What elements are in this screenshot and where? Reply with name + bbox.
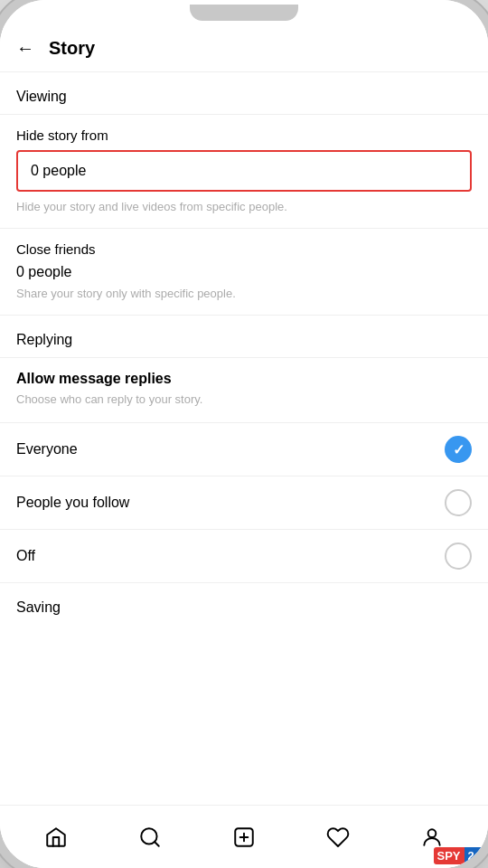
svg-point-5 — [428, 829, 436, 837]
heart-nav-button[interactable] — [318, 817, 358, 857]
page-title: Story — [49, 38, 95, 59]
viewing-section-header: Viewing — [0, 72, 488, 115]
back-button[interactable]: ← — [16, 38, 34, 59]
radio-people-you-follow[interactable]: People you follow — [0, 476, 488, 530]
phone-frame: ← Story Viewing Hide story from 0 people… — [0, 0, 488, 868]
radio-off-circle[interactable] — [445, 542, 472, 570]
spy-text: SPY — [434, 847, 465, 864]
saving-label: Saving — [16, 599, 61, 615]
replying-label: Replying — [16, 332, 72, 347]
header: ← Story — [0, 25, 488, 72]
saving-section: Saving — [0, 583, 488, 625]
spy24-badge: SPY 24 — [434, 847, 484, 864]
search-nav-button[interactable] — [130, 817, 170, 857]
close-friends-description: Share your story only with specific peop… — [16, 286, 472, 302]
add-nav-button[interactable] — [224, 817, 264, 857]
hide-story-value: 0 people — [31, 163, 86, 178]
radio-everyone-label: Everyone — [16, 441, 78, 458]
radio-everyone[interactable]: Everyone — [0, 423, 488, 476]
hide-story-description: Hide your story and live videos from spe… — [16, 199, 472, 215]
screen: ← Story Viewing Hide story from 0 people… — [0, 25, 488, 868]
num-text: 24 — [465, 847, 484, 864]
radio-off-label: Off — [16, 548, 35, 564]
close-friends-group[interactable]: Close friends 0 people Share your story … — [0, 229, 488, 316]
viewing-label: Viewing — [16, 89, 67, 104]
close-friends-value: 0 people — [16, 264, 472, 280]
radio-people-follow-label: People you follow — [16, 495, 129, 511]
hide-story-from-group[interactable]: Hide story from 0 people Hide your story… — [0, 115, 488, 229]
hide-story-label: Hide story from — [16, 127, 472, 143]
notch — [190, 5, 298, 21]
home-nav-button[interactable] — [36, 817, 76, 857]
bottom-nav: SPY 24 — [0, 805, 488, 868]
replying-section-header: Replying — [0, 316, 488, 358]
status-bar — [0, 0, 488, 25]
content: Viewing Hide story from 0 people Hide yo… — [0, 72, 488, 805]
svg-line-1 — [155, 842, 159, 846]
allow-replies-block: Allow message replies Choose who can rep… — [0, 358, 488, 423]
allow-replies-title: Allow message replies — [16, 371, 472, 387]
allow-replies-description: Choose who can reply to your story. — [16, 392, 472, 406]
radio-everyone-circle[interactable] — [445, 436, 472, 463]
hide-story-value-box[interactable]: 0 people — [16, 150, 472, 192]
radio-off[interactable]: Off — [0, 530, 488, 583]
radio-people-follow-circle[interactable] — [445, 489, 472, 516]
close-friends-label: Close friends — [16, 241, 472, 257]
